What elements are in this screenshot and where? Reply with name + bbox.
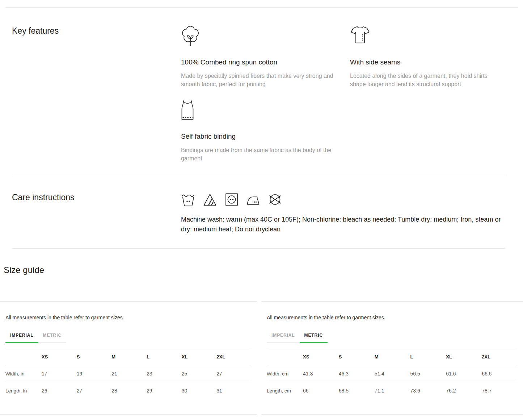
size-column-header: M: [375, 348, 410, 365]
machine-wash-icon: [181, 192, 195, 207]
size-value: 78.7: [482, 382, 518, 399]
size-value: 28: [111, 382, 147, 399]
size-table-imperial: XSSMLXL2XLWidth, in171921232527Length, i…: [5, 348, 252, 399]
size-value: 27: [77, 382, 112, 399]
size-value: 66: [303, 382, 339, 399]
feature-side-seams: With side seams Located along the sides …: [350, 26, 507, 88]
size-value: 30: [182, 382, 217, 399]
feature-cotton: 100% Combed ring spun cotton Made by spe…: [181, 26, 350, 88]
section-divider: [12, 248, 505, 249]
size-value: 31: [216, 382, 252, 399]
size-table-metric: XSSMLXL2XLWidth, cm41.346.351.456.561.66…: [267, 348, 518, 399]
do-not-dryclean-icon: [268, 192, 282, 207]
size-column-header: 2XL: [482, 348, 518, 365]
feature-title: 100% Combed ring spun cotton: [181, 58, 336, 66]
size-value: 66.6: [482, 365, 518, 382]
care-instructions-section: Care instructions: [0, 175, 523, 248]
measurements-note: All measurements in the table refer to g…: [5, 315, 252, 321]
size-column-header: S: [339, 348, 375, 365]
care-instructions-heading: Care instructions: [12, 192, 181, 234]
feature-description: Located along the sides of a garment, th…: [350, 72, 492, 88]
table-row: Width, in171921232527: [5, 365, 252, 382]
key-features-section: Key features 100% Combed ring spun cotto…: [0, 8, 523, 175]
side-seams-shirt-icon: [350, 26, 492, 46]
size-value: 25: [182, 365, 217, 382]
table-row: Length, cm6668.571.173.676.278.7: [267, 382, 518, 399]
corner-cell: [5, 348, 42, 365]
corner-cell: [267, 348, 303, 365]
size-column-header: L: [410, 348, 446, 365]
table-header-row: XSSMLXL2XL: [5, 348, 252, 365]
size-value: 73.6: [410, 382, 446, 399]
row-label: Length, cm: [267, 382, 303, 399]
row-label: Width, cm: [267, 365, 303, 382]
unit-tabs: IMPERIAL METRIC: [5, 329, 252, 343]
self-binding-tank-icon: [181, 100, 336, 121]
tab-metric[interactable]: METRIC: [300, 329, 328, 343]
size-column-header: L: [147, 348, 182, 365]
size-column-header: XL: [182, 348, 217, 365]
size-column-header: 2XL: [216, 348, 252, 365]
size-guide-panel-imperial: All measurements in the table refer to g…: [0, 301, 257, 415]
size-value: 76.2: [446, 382, 482, 399]
size-column-header: XL: [446, 348, 482, 365]
row-label: Length, in: [5, 382, 42, 399]
features-grid: 100% Combed ring spun cotton Made by spe…: [181, 26, 507, 163]
tab-imperial[interactable]: IMPERIAL: [5, 329, 38, 343]
size-column-header: M: [111, 348, 147, 365]
size-value: 19: [77, 365, 112, 382]
product-details-page: Key features 100% Combed ring spun cotto…: [0, 0, 523, 420]
cotton-icon: [181, 26, 336, 46]
tab-metric[interactable]: METRIC: [38, 329, 66, 343]
size-value: 26: [42, 382, 77, 399]
feature-title: Self fabric binding: [181, 133, 336, 140]
key-features-heading: Key features: [12, 26, 181, 163]
size-value: 29: [147, 382, 182, 399]
row-label: Width, in: [5, 365, 42, 382]
size-value: 21: [111, 365, 147, 382]
tumble-dry-icon: [224, 192, 239, 207]
size-value: 61.6: [446, 365, 482, 382]
size-value: 56.5: [410, 365, 446, 382]
size-value: 71.1: [375, 382, 410, 399]
size-value: 23: [147, 365, 182, 382]
size-value: 46.3: [339, 365, 375, 382]
care-icons-row: [181, 192, 507, 207]
size-value: 17: [42, 365, 77, 382]
feature-self-binding: Self fabric binding Bindings are made fr…: [181, 100, 350, 163]
tab-imperial[interactable]: IMPERIAL: [267, 329, 300, 343]
size-value: 27: [216, 365, 252, 382]
size-guide-panels: All measurements in the table refer to g…: [0, 301, 523, 415]
size-column-header: XS: [303, 348, 339, 365]
size-value: 41.3: [303, 365, 339, 382]
care-text: Machine wash: warm (max 40C or 105F); No…: [181, 215, 507, 234]
non-chlorine-bleach-icon: [203, 192, 217, 207]
size-value: 68.5: [339, 382, 375, 399]
measurements-note: All measurements in the table refer to g…: [267, 315, 518, 321]
size-guide-heading: Size guide: [4, 265, 523, 275]
table-row: Length, in262728293031: [5, 382, 252, 399]
size-value: 51.4: [375, 365, 410, 382]
size-column-header: S: [77, 348, 112, 365]
feature-description: Made by specially spinned fibers that ma…: [181, 72, 336, 88]
table-row: Width, cm41.346.351.456.561.666.6: [267, 365, 518, 382]
table-header-row: XSSMLXL2XL: [267, 348, 518, 365]
feature-description: Bindings are made from the same fabric a…: [181, 146, 336, 163]
unit-tabs: IMPERIAL METRIC: [267, 329, 518, 343]
size-column-header: XS: [42, 348, 77, 365]
iron-icon: [246, 192, 261, 207]
care-instructions-body: Machine wash: warm (max 40C or 105F); No…: [181, 192, 507, 234]
feature-title: With side seams: [350, 58, 492, 66]
size-guide-panel-metric: All measurements in the table refer to g…: [261, 301, 523, 415]
